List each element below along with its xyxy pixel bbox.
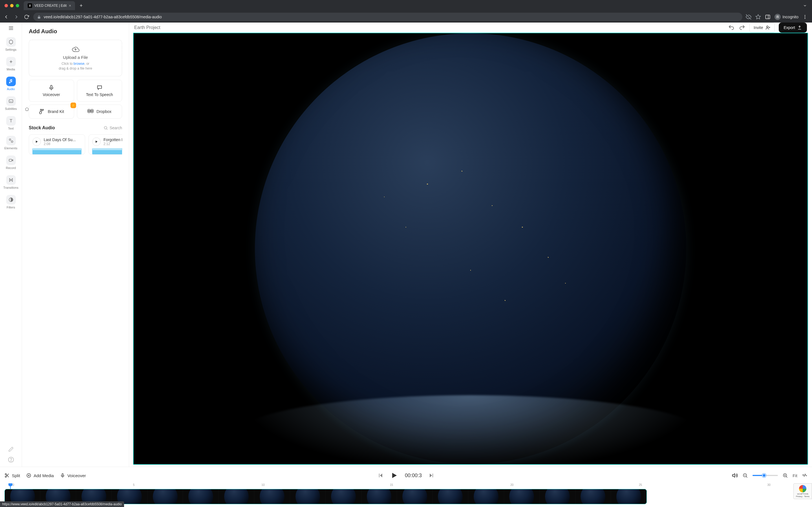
timeline-panel: Split Add Media Voiceover 00:00:3 [0, 467, 812, 507]
rail-item-transitions[interactable]: Transitions [0, 173, 22, 191]
brandkit-card[interactable]: ⚡ Brand Kit [29, 105, 74, 119]
timeline-voiceover-button[interactable]: Voiceover [60, 473, 86, 478]
waveform-icon [33, 148, 82, 154]
upload-title: Upload a File [63, 55, 88, 60]
help-icon[interactable] [8, 457, 14, 463]
volume-button[interactable] [732, 472, 738, 478]
rail-item-media[interactable]: Media [0, 55, 22, 73]
export-label: Export [784, 25, 795, 30]
brandkit-label: Brand Kit [48, 109, 64, 114]
zoom-out-button[interactable] [742, 473, 748, 478]
pencil-icon[interactable] [8, 446, 14, 452]
video-canvas[interactable] [133, 33, 808, 465]
export-button[interactable]: Export [779, 22, 807, 33]
window-maximize-icon[interactable] [16, 4, 19, 7]
project-name-input[interactable]: Earth Project [134, 25, 160, 30]
window-minimize-icon[interactable] [10, 4, 13, 7]
svg-point-27 [11, 461, 11, 461]
kebab-menu-icon[interactable] [802, 14, 808, 19]
svg-rect-48 [62, 473, 63, 476]
svg-marker-55 [732, 474, 735, 477]
panel-icon[interactable] [765, 14, 770, 20]
stock-track[interactable]: Last Days Of Su... 2:08 [29, 134, 85, 155]
reload-button[interactable] [23, 14, 30, 19]
new-tab-button[interactable]: + [77, 3, 85, 9]
upload-dropzone[interactable]: Upload a File Click to browse, or drag &… [29, 40, 122, 76]
bookmark-star-icon[interactable] [755, 14, 761, 20]
tick: 5 [133, 483, 135, 487]
waveform-toggle-icon[interactable] [802, 473, 808, 478]
rail-item-settings[interactable]: Settings [0, 35, 22, 54]
invite-button[interactable]: Invite [749, 22, 774, 33]
split-button[interactable]: Split [4, 473, 20, 478]
rail-item-filters[interactable]: Filters [0, 193, 22, 211]
svg-point-3 [776, 17, 777, 18]
forward-button[interactable] [13, 14, 20, 20]
redo-button[interactable] [739, 24, 746, 31]
tts-label: Text To Speech [86, 93, 113, 97]
window-close-icon[interactable] [4, 4, 8, 7]
zoom-in-button[interactable] [782, 473, 788, 478]
stock-search[interactable]: Search [103, 126, 122, 130]
svg-marker-53 [430, 473, 432, 477]
plus-circle-icon [26, 473, 31, 478]
tick: 10 [261, 483, 264, 487]
music-note-icon [6, 76, 16, 86]
favicon-icon: V [28, 3, 32, 8]
speech-bubble-icon [96, 84, 103, 91]
svg-point-38 [766, 26, 768, 27]
tab-title: VEED CREATE | Edit [35, 4, 66, 8]
svg-rect-21 [9, 159, 12, 161]
recaptcha-badge[interactable]: reCAPTCHA Privacy - Terms [794, 483, 812, 499]
svg-point-20 [11, 141, 13, 143]
rail-item-subtitles[interactable]: Subtitles [0, 94, 22, 113]
tabs-overflow-icon[interactable] [800, 4, 810, 8]
upload-hint-prefix: Click to [61, 62, 73, 66]
hamburger-icon[interactable] [8, 25, 14, 31]
undo-button[interactable] [728, 24, 735, 31]
eye-off-icon[interactable] [746, 14, 751, 20]
play-icon[interactable] [33, 137, 41, 146]
dropbox-card[interactable]: Dropbox [77, 105, 122, 119]
track-title: Forgotten Her [103, 137, 122, 142]
add-media-button[interactable]: Add Media [26, 473, 54, 478]
svg-marker-24 [11, 179, 12, 182]
tick: 30 [767, 483, 770, 487]
rail-item-record[interactable]: Record [0, 153, 22, 172]
plus-icon [6, 57, 16, 66]
play-button[interactable] [390, 471, 398, 480]
back-button[interactable] [3, 14, 10, 20]
zoom-slider[interactable] [753, 475, 778, 476]
rail-item-text[interactable]: Text [0, 114, 22, 132]
tts-card[interactable]: Text To Speech [77, 80, 122, 102]
upload-hint-suffix: , or [85, 62, 89, 66]
close-tab-icon[interactable]: × [69, 3, 71, 8]
voiceover-label: Voiceover [43, 93, 60, 97]
recaptcha-icon [799, 485, 806, 492]
editor-topbar: Earth Project Invite Export [129, 22, 812, 33]
track-title: Last Days Of Su... [44, 137, 76, 142]
dropbox-icon [87, 108, 94, 115]
play-icon[interactable] [92, 137, 101, 146]
stock-search-placeholder: Search [110, 126, 122, 130]
svg-marker-0 [756, 15, 761, 19]
skip-back-button[interactable] [378, 473, 384, 478]
rail-item-elements[interactable]: Elements [0, 133, 22, 152]
pro-badge-icon: ⚡ [70, 103, 76, 108]
time-ruler[interactable]: 0 5 10 15 20 25 30 [4, 483, 808, 489]
svg-point-7 [805, 18, 806, 19]
contrast-icon [6, 195, 16, 205]
svg-rect-54 [433, 473, 433, 477]
voiceover-card[interactable]: Voiceover [29, 80, 74, 102]
url-text: veed.io/edit/abcb1297-5a01-4d77-b2aa-a83… [44, 15, 162, 19]
browser-tab[interactable]: V VEED CREATE | Edit × [24, 1, 75, 10]
stock-track[interactable]: Forgotten Her 2:12 [89, 134, 122, 155]
rail-item-audio[interactable]: Audio [0, 74, 22, 93]
upload-browse-link[interactable]: browse [73, 62, 85, 66]
skip-forward-button[interactable] [428, 473, 434, 478]
address-bar[interactable]: veed.io/edit/abcb1297-5a01-4d77-b2aa-a83… [33, 13, 742, 21]
fit-button[interactable]: Fit [793, 473, 797, 478]
tick: 25 [639, 483, 642, 487]
recaptcha-terms: Privacy - Terms [796, 496, 809, 497]
search-icon [103, 126, 108, 130]
